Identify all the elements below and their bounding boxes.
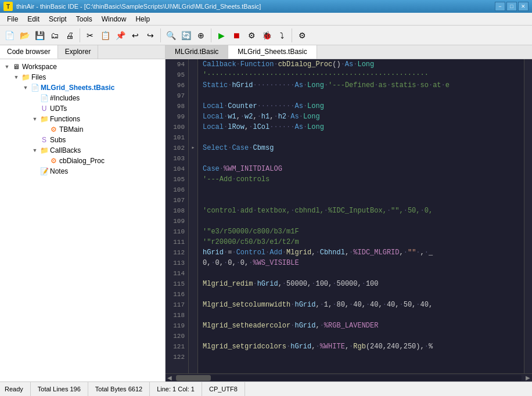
paste-button[interactable]: 📌 bbox=[113, 28, 127, 42]
print-button[interactable]: 🖨 bbox=[63, 28, 77, 42]
main-file-label: MLGrid_Sheets.tBasic bbox=[41, 84, 114, 92]
code-line[interactable]: hGrid·=·Control·Add·Mlgrid,·Cbhndl,·%IDC… bbox=[203, 247, 519, 258]
scroll-left-button[interactable]: ◀ bbox=[166, 374, 174, 382]
code-line[interactable]: 'control·add·textbox,·cbhndl,·%IDC_Input… bbox=[203, 206, 519, 216]
code-line[interactable] bbox=[203, 268, 519, 279]
tree-workspace[interactable]: ▼ 🖥 Workspace bbox=[2, 62, 163, 72]
code-line[interactable]: '"r20000/c50/b3/e1/t2/m bbox=[203, 237, 519, 247]
new-button[interactable]: 📄 bbox=[2, 28, 16, 42]
code-line[interactable]: Local·w1,·w2,·h1,·h2·As·Long bbox=[203, 111, 519, 122]
undo-button[interactable]: ↩ bbox=[128, 28, 142, 42]
save-all-button[interactable]: 🗂 bbox=[48, 28, 62, 42]
maximize-button[interactable]: □ bbox=[506, 2, 517, 11]
scroll-thumb[interactable] bbox=[176, 375, 211, 381]
find-button[interactable]: 🔍 bbox=[164, 28, 178, 42]
code-line[interactable] bbox=[203, 91, 519, 101]
fold-marker bbox=[189, 247, 197, 258]
code-line[interactable] bbox=[203, 216, 519, 226]
tree-cbdialog[interactable]: ⚙ cbDialog_Proc bbox=[2, 156, 163, 166]
replace-button[interactable]: 🔄 bbox=[179, 28, 193, 42]
menu-tools[interactable]: Tools bbox=[71, 14, 97, 24]
expand-files[interactable]: ▼ bbox=[12, 74, 21, 80]
fold-marker bbox=[189, 216, 197, 226]
tree-functions[interactable]: ▼ 📁 Functions bbox=[2, 114, 163, 124]
tree-includes[interactable]: 📄 #Includes bbox=[2, 93, 163, 103]
menu-help[interactable]: Help bbox=[131, 14, 154, 24]
scroll-right-button[interactable]: ▶ bbox=[524, 374, 532, 382]
code-line[interactable] bbox=[203, 185, 519, 195]
expand-callbacks[interactable]: ▼ bbox=[30, 147, 39, 153]
debug-button[interactable]: 🐞 bbox=[260, 28, 274, 42]
find-all-button[interactable]: ⊕ bbox=[194, 28, 208, 42]
udts-label: UDTs bbox=[50, 105, 67, 113]
code-line[interactable]: Callback·Function·cbDialog_Proc()·As·Lon… bbox=[203, 59, 519, 70]
code-line[interactable] bbox=[203, 132, 519, 143]
code-lines[interactable]: Callback·Function·cbDialog_Proc()·As·Lon… bbox=[198, 59, 524, 373]
code-line[interactable]: '"e3/r50000/c800/b3/m1F bbox=[203, 226, 519, 237]
scroll-track[interactable] bbox=[176, 375, 522, 381]
tree-notes[interactable]: 📝 Notes bbox=[2, 166, 163, 177]
menu-edit[interactable]: Edit bbox=[23, 14, 44, 24]
tab-mlgrid[interactable]: MLGrid.tBasic bbox=[166, 45, 228, 59]
stop-button[interactable]: ⏹ bbox=[229, 28, 243, 42]
expand-workspace[interactable]: ▼ bbox=[2, 64, 12, 70]
tree-udts[interactable]: U UDTs bbox=[2, 103, 163, 114]
close-button[interactable]: ✕ bbox=[518, 2, 529, 11]
redo-button[interactable]: ↪ bbox=[143, 28, 157, 42]
tab-mlgrid-sheets[interactable]: MLGrid_Sheets.tBasic bbox=[228, 45, 317, 59]
menu-script[interactable]: Script bbox=[44, 14, 71, 24]
subs-label: Subs bbox=[50, 136, 66, 144]
tree-main-file[interactable]: ▼ 📄 MLGrid_Sheets.tBasic bbox=[2, 82, 163, 93]
vertical-scrollbar[interactable] bbox=[524, 59, 532, 373]
line-number: 109 bbox=[166, 216, 185, 226]
code-line[interactable] bbox=[203, 289, 519, 300]
code-line[interactable]: Case·%WM_INITDIALOG bbox=[203, 164, 519, 174]
fold-gutter: ▸ bbox=[189, 59, 198, 373]
line-number: 116 bbox=[166, 289, 185, 300]
tree-tbmain[interactable]: ⚙ TBMain bbox=[2, 124, 163, 135]
code-line[interactable]: Select·Case·Cbmsg bbox=[203, 143, 519, 153]
fold-marker bbox=[189, 80, 197, 91]
code-line[interactable] bbox=[203, 352, 519, 362]
horizontal-scrollbar[interactable]: ◀ ▶ bbox=[166, 373, 532, 381]
copy-button[interactable]: 📋 bbox=[98, 28, 112, 42]
code-line[interactable]: Mlgrid_redim·hGrid,·50000,·100,·50000,·1… bbox=[203, 279, 519, 289]
menu-file[interactable]: File bbox=[2, 14, 23, 24]
line-number: 108 bbox=[166, 206, 185, 216]
run-button[interactable]: ▶ bbox=[214, 28, 228, 42]
compile-button[interactable]: ⚙ bbox=[245, 28, 258, 42]
code-line[interactable] bbox=[203, 331, 519, 341]
code-line[interactable]: '---Add·controls bbox=[203, 174, 519, 185]
code-line[interactable]: Local·lRow,·lCol······As·Long bbox=[203, 122, 519, 132]
expand-main-file[interactable]: ▼ bbox=[21, 85, 30, 91]
menu-window[interactable]: Window bbox=[97, 14, 131, 24]
tree-callbacks[interactable]: ▼ 📁 CallBacks bbox=[2, 145, 163, 156]
tab-explorer[interactable]: Explorer bbox=[58, 45, 99, 59]
save-button[interactable]: 💾 bbox=[33, 28, 46, 42]
code-line[interactable]: '·······································… bbox=[203, 70, 519, 80]
code-line[interactable] bbox=[203, 195, 519, 206]
line-number: 104 bbox=[166, 164, 185, 174]
code-line[interactable]: Static·hGrid··········As·Long·'---Define… bbox=[203, 80, 519, 91]
step-button[interactable]: ⤵ bbox=[275, 28, 289, 42]
tree-subs[interactable]: S Subs bbox=[2, 135, 163, 145]
code-line[interactable]: Mlgrid_setheadercolor·hGrid,·%RGB_LAVEND… bbox=[203, 321, 519, 331]
line-number: 111 bbox=[166, 237, 185, 247]
tree-files[interactable]: ▼ 📁 Files bbox=[2, 72, 163, 82]
tab-code-browser[interactable]: Code browser bbox=[0, 45, 58, 59]
code-editor[interactable]: 9495969798991001011021031041051061071081… bbox=[166, 59, 532, 373]
fold-marker bbox=[189, 258, 197, 268]
code-line[interactable] bbox=[203, 310, 519, 321]
fold-marker[interactable]: ▸ bbox=[189, 143, 197, 153]
cut-button[interactable]: ✂ bbox=[83, 28, 97, 42]
minimize-button[interactable]: − bbox=[495, 2, 505, 11]
code-line[interactable]: 0,·0,·0,·0,·%WS_VISIBLE bbox=[203, 258, 519, 268]
includes-icon: 📄 bbox=[39, 93, 49, 103]
code-line[interactable]: Mlgrid_setcolumnwidth·hGrid,·1,·80,·40,·… bbox=[203, 300, 519, 310]
code-line[interactable]: Mlgrid_setgridcolors·hGrid,·%WHITE,·Rgb(… bbox=[203, 341, 519, 352]
expand-functions[interactable]: ▼ bbox=[30, 116, 39, 122]
open-button[interactable]: 📂 bbox=[17, 28, 31, 42]
code-line[interactable]: Local·Counter·········As·Long bbox=[203, 101, 519, 111]
options-button[interactable]: ⚙ bbox=[295, 28, 309, 42]
code-line[interactable] bbox=[203, 153, 519, 164]
